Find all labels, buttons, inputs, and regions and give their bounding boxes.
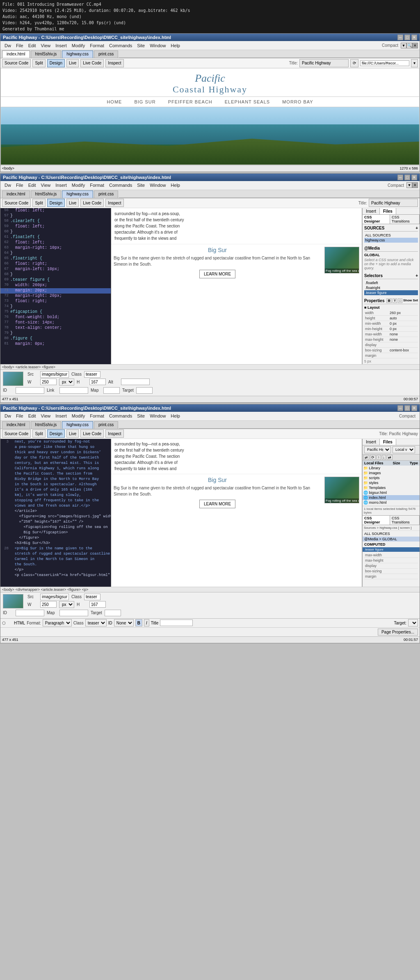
- menu-window[interactable]: Window: [147, 42, 168, 49]
- nav-home-1[interactable]: HOME: [107, 99, 122, 104]
- nav-bigsur-1[interactable]: BIG SUR: [134, 99, 155, 104]
- minimize-btn-3[interactable]: ─: [397, 405, 403, 411]
- insert-tab-2[interactable]: Insert: [363, 208, 380, 214]
- menu-view-3[interactable]: View: [39, 413, 53, 419]
- close-btn-2[interactable]: ✕: [411, 174, 417, 180]
- nav-morro-1[interactable]: MORRO BAY: [282, 99, 313, 104]
- menu-dw[interactable]: Dw: [2, 42, 14, 49]
- class-select-3[interactable]: teaser: [85, 619, 107, 627]
- menu-insert-2[interactable]: Insert: [53, 182, 69, 188]
- menu-format[interactable]: Format: [87, 42, 107, 49]
- tab-index-html-1[interactable]: index.html: [2, 50, 30, 58]
- tab-highway-css-2[interactable]: highway.css: [62, 190, 93, 198]
- css-designer-tab-3[interactable]: CSS Designer: [363, 516, 390, 525]
- menu-commands-2[interactable]: Commands: [107, 182, 135, 188]
- id-select-3[interactable]: None: [114, 619, 134, 627]
- file-styles-3[interactable]: 📁 styles: [363, 480, 420, 485]
- css-transitions-tab-3[interactable]: CSS Transitions: [390, 516, 420, 525]
- italic-btn-3[interactable]: I: [144, 619, 149, 627]
- files-tab-2[interactable]: Files: [380, 208, 396, 214]
- props-src-input-3[interactable]: [40, 594, 69, 600]
- tab-htmlsshiv-2[interactable]: htmlSshiv.js: [31, 190, 62, 198]
- format-select-3[interactable]: Paragraph: [43, 619, 72, 627]
- minimize-btn-1[interactable]: ─: [397, 34, 403, 40]
- tab-highway-css-1[interactable]: highway.css: [62, 50, 93, 58]
- tab-print-css-1[interactable]: print.css: [94, 50, 118, 58]
- source-code-btn-1[interactable]: Source Code: [2, 59, 31, 67]
- tab-index-html-3[interactable]: index.html: [2, 421, 30, 429]
- menu-insert-3[interactable]: Insert: [53, 413, 69, 419]
- target-select-3[interactable]: [408, 619, 418, 627]
- menu-edit-3[interactable]: Edit: [26, 413, 39, 419]
- title-input-1[interactable]: [299, 59, 349, 67]
- props-h-input-2[interactable]: [89, 379, 106, 385]
- nav-elephant-1[interactable]: ELEPHANT SEALS: [225, 99, 270, 104]
- menu-site[interactable]: Site: [135, 42, 147, 49]
- tab-highway-css-3[interactable]: highway.css: [62, 421, 93, 429]
- sources-add-btn-2[interactable]: +: [415, 226, 418, 230]
- file-sync-btn-3[interactable]: ⇄: [387, 455, 393, 460]
- teaser-figure-selector-2[interactable]: .teaser figure: [364, 290, 418, 295]
- file-templates-3[interactable]: 📁 Templates: [363, 485, 420, 490]
- highway-css-item-2[interactable]: highway.css: [364, 238, 418, 243]
- menu-modify[interactable]: Modify: [69, 42, 87, 49]
- menu-modify-3[interactable]: Modify: [69, 413, 87, 419]
- file-up-btn-3[interactable]: ↑: [377, 455, 381, 460]
- bold-btn-3[interactable]: B: [135, 619, 142, 627]
- props-w-input-2[interactable]: [40, 379, 57, 385]
- page-props-btn-3[interactable]: Page Properties...: [378, 629, 418, 636]
- menu-commands-3[interactable]: Commands: [107, 413, 135, 419]
- menu-view[interactable]: View: [39, 42, 53, 49]
- tab-htmlsshiv-3[interactable]: htmlSshiv.js: [31, 421, 62, 429]
- files-tab-3[interactable]: Files: [380, 439, 396, 445]
- props-map-input-2[interactable]: [103, 387, 120, 394]
- props-alt-input-2[interactable]: [121, 379, 150, 385]
- menu-window-2[interactable]: Window: [147, 182, 168, 188]
- menu-commands[interactable]: Commands: [107, 42, 135, 49]
- menu-site-2[interactable]: Site: [135, 182, 147, 188]
- minimize-btn-2[interactable]: ─: [397, 174, 403, 180]
- floatleft-selector-2[interactable]: .floatleft: [364, 280, 418, 285]
- source-code-btn-2[interactable]: Source Code: [2, 199, 31, 207]
- file-down-btn-3[interactable]: ↓: [382, 455, 386, 460]
- maximize-btn-1[interactable]: □: [404, 34, 410, 40]
- inspect-btn-3[interactable]: Inspect: [105, 429, 123, 438]
- prop-border-btn-2[interactable]: □: [398, 298, 402, 303]
- live-code-btn-2[interactable]: Live Code: [80, 199, 104, 207]
- refresh-btn-1[interactable]: ⟳: [350, 59, 358, 67]
- floatright-selector-2[interactable]: .floatright: [364, 285, 418, 290]
- file-library-3[interactable]: 📁 Library: [363, 466, 420, 470]
- prop-layout-btn-2[interactable]: ⊞: [386, 298, 392, 303]
- menu-help-3[interactable]: Help: [168, 413, 183, 419]
- close-panel-btn-2[interactable]: ✕: [412, 182, 418, 188]
- learn-more-btn-3[interactable]: LEARN MORE: [199, 500, 235, 508]
- props-src-input-2[interactable]: [40, 371, 69, 378]
- tab-index-html-2[interactable]: index.html: [2, 190, 30, 198]
- split-btn-3[interactable]: Split: [32, 429, 45, 438]
- css-transitions-tab-2[interactable]: CSS Transitions: [390, 215, 420, 224]
- expand-btn-2[interactable]: ▼: [406, 182, 412, 188]
- menu-format-3[interactable]: Format: [87, 413, 107, 419]
- tab-htmlsshiv-1[interactable]: htmlSshiv.js: [31, 50, 62, 58]
- inspect-btn-1[interactable]: Inspect: [105, 59, 123, 67]
- split-btn-2[interactable]: Split: [32, 199, 45, 207]
- menu-file-2[interactable]: File: [14, 182, 26, 188]
- expand-btn-1[interactable]: ▼: [401, 43, 406, 48]
- menu-view-2[interactable]: View: [39, 182, 53, 188]
- file-scripts-3[interactable]: 📁 scripts: [363, 475, 420, 480]
- maximize-btn-3[interactable]: □: [404, 405, 410, 411]
- view-select-3[interactable]: Local view: [393, 446, 415, 453]
- menu-file[interactable]: File: [14, 42, 26, 49]
- menu-edit-2[interactable]: Edit: [26, 182, 39, 188]
- live-btn-3[interactable]: Live: [66, 429, 79, 438]
- design-btn-3[interactable]: Design: [47, 429, 65, 438]
- props-class-input-2[interactable]: [84, 371, 100, 378]
- search-btn-1[interactable]: 🔍: [406, 43, 412, 48]
- inspect-btn-2[interactable]: Inspect: [105, 199, 123, 207]
- design-btn-2[interactable]: Design: [47, 199, 65, 207]
- props-h-input-3[interactable]: [89, 601, 106, 608]
- menu-insert[interactable]: Insert: [53, 42, 69, 49]
- file-refresh-btn-3[interactable]: ⟳: [370, 455, 376, 460]
- file-bigsur-3[interactable]: 🌐 bigsur.html: [363, 490, 420, 495]
- props-w-input-3[interactable]: [40, 601, 57, 608]
